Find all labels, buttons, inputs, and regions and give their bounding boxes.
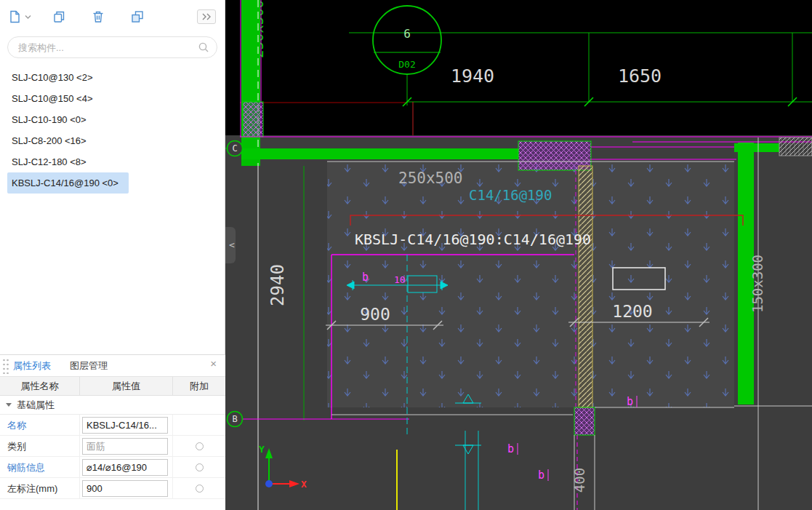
property-name: 名称 (0, 415, 80, 436)
dropdown-caret-icon (25, 14, 31, 20)
attach-radio[interactable] (196, 463, 204, 471)
dim-400-label: 400 (571, 468, 587, 493)
dim-900-label: 900 (360, 305, 390, 324)
component-item-selected[interactable]: KBSLJ-C14/16@190 <0> (7, 172, 129, 194)
delete-component-button[interactable] (89, 8, 107, 25)
attach-radio[interactable] (196, 485, 204, 493)
selection-label: KBSLJ-C14/16@190:C14/16@190 (355, 231, 591, 248)
mark-b4-label: b (538, 469, 544, 482)
property-group-basic[interactable]: 基础属性 (0, 396, 225, 415)
left-wall-strip (241, 0, 263, 166)
expand-panel-icon (201, 12, 212, 21)
copy-component-button[interactable] (50, 8, 68, 25)
property-name: 左标注(mm) (0, 478, 80, 499)
delete-component-icon (91, 9, 105, 24)
properties-header: 属性名称 属性值 附加 (0, 377, 225, 396)
mark-b1-label: b (362, 271, 369, 284)
search-box (7, 36, 217, 58)
component-panel: SLJ-C10@130 <2> SLJ-C10@150 <4> SLJ-C10-… (0, 0, 225, 510)
tab-layer-manage[interactable]: 图层管理 (70, 359, 108, 372)
close-panel-button[interactable]: × (210, 358, 217, 369)
bubble-number-label: 6 (403, 27, 411, 41)
new-component-dropdown[interactable] (25, 14, 31, 20)
new-component-icon (7, 9, 22, 24)
property-row: 类别 面筋 (0, 436, 225, 457)
col-size-label: 150x300 (749, 255, 765, 313)
col-header-value: 属性值 (80, 377, 173, 396)
col-header-name: 属性名称 (0, 377, 80, 396)
component-list: SLJ-C10@130 <2> SLJ-C10@150 <4> SLJ-C10-… (0, 58, 225, 194)
component-item[interactable]: SLJ-C8-200 <16> (7, 130, 97, 151)
collapse-panel-arrow[interactable]: < (229, 239, 235, 250)
axis-b-label: B (232, 414, 237, 424)
axis-c-label: C (232, 143, 237, 154)
mark-10-label: 10 (394, 274, 406, 285)
search-icon[interactable] (198, 41, 209, 53)
top-black-region (225, 0, 812, 135)
property-value-input[interactable]: 900 (82, 480, 168, 497)
ucs-x-label: X (301, 479, 307, 490)
col-header-attach: 附加 (173, 377, 225, 396)
dim-1940-label: 1940 (451, 65, 494, 87)
property-row: 钢筋信息 ⌀14/⌀16@190 (0, 457, 225, 478)
component-item[interactable]: SLJ-C10@130 <2> (7, 67, 103, 88)
property-name: 钢筋信息 (0, 457, 80, 478)
mark-b3-label: b (507, 442, 514, 455)
mark-b2-label: b (627, 395, 633, 408)
tab-property-list[interactable]: 属性列表 (13, 359, 51, 372)
beam-size-label: 250x500 (398, 170, 463, 187)
batch-copy-button[interactable] (129, 8, 146, 25)
panel-drag-handle[interactable] (2, 358, 9, 374)
bubble-code-label: D02 (398, 59, 415, 70)
copy-component-icon (52, 9, 66, 24)
property-row: 名称 KBSLJ-C14/16... (0, 415, 225, 436)
group-collapse-icon (6, 403, 12, 407)
rebar-note-label: C14/16@190 (469, 187, 552, 203)
property-value-input[interactable]: 面筋 (82, 438, 168, 455)
component-item[interactable]: SLJ-C10@150 <4> (7, 88, 103, 109)
property-row: 左标注(mm) 900 (0, 478, 225, 499)
dim-2940-label: 2940 (268, 264, 288, 306)
batch-copy-icon (130, 9, 145, 24)
drawing-area: 6 D02 1940 1650 250x500 C (225, 0, 812, 510)
property-group-label: 基础属性 (17, 399, 55, 412)
search-input[interactable] (8, 42, 198, 53)
ucs-y-label: Y (259, 444, 265, 455)
new-component-button[interactable] (6, 8, 23, 25)
attach-radio[interactable] (196, 442, 204, 450)
properties-panel: 属性列表 图层管理 × 属性名称 属性值 附加 基础属性 名称 KBSLJ-C1… (0, 354, 225, 510)
app-window: SLJ-C10@130 <2> SLJ-C10@150 <4> SLJ-C10-… (0, 0, 812, 510)
property-value-input[interactable]: KBSLJ-C14/16... (82, 417, 168, 434)
component-item[interactable]: SLJ-C10-190 <0> (7, 109, 97, 130)
component-item[interactable]: SLJ-C12-180 <8> (7, 151, 97, 172)
cad-canvas[interactable]: 6 D02 1940 1650 250x500 C (225, 0, 812, 510)
dim-1650-label: 1650 (618, 65, 662, 87)
dim-1200-label: 1200 (612, 302, 652, 321)
properties-tabs: 属性列表 图层管理 × (0, 355, 225, 377)
property-value-input[interactable]: ⌀14/⌀16@190 (82, 459, 168, 476)
component-toolbar (0, 0, 225, 33)
property-name: 类别 (0, 436, 80, 457)
expand-panel-button[interactable] (197, 9, 216, 24)
